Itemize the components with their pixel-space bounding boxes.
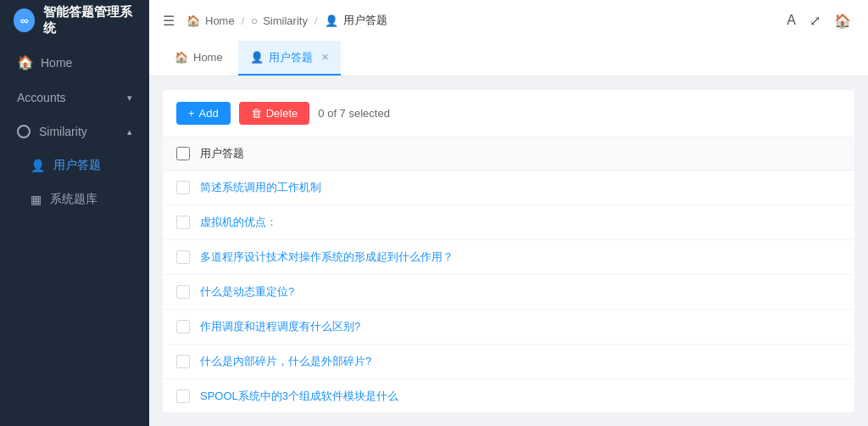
row-text-3[interactable]: 多道程序设计技术对操作系统的形成起到什么作用？	[200, 249, 453, 265]
menu-icon[interactable]: ☰	[163, 13, 175, 29]
row-checkbox-5[interactable]	[176, 320, 190, 334]
sidebar: 🏠 Home Accounts ▾ Similarity ▴ 👤 用户答题 ▦ …	[0, 41, 149, 426]
sidebar-item-home[interactable]: 🏠 Home	[0, 44, 149, 81]
tab-user-answers-label: 用户答题	[269, 50, 313, 65]
system-bank-label: 系统题库	[50, 192, 97, 207]
user-answers-label: 用户答题	[53, 158, 101, 173]
similarity-breadcrumb-icon: ○	[251, 14, 258, 27]
font-icon[interactable]: A	[787, 13, 796, 28]
logo-icon: ∞	[14, 8, 35, 32]
table-row[interactable]: 作用调度和进程调度有什么区别?	[163, 310, 854, 345]
tab-close-icon[interactable]: ✕	[321, 52, 329, 63]
similarity-label: Similarity	[39, 125, 87, 138]
tab-home[interactable]: 🏠 Home	[163, 41, 235, 76]
sidebar-home-label: Home	[41, 56, 72, 70]
app-title: 智能答题管理系统	[43, 4, 136, 36]
home-breadcrumb-icon: 🏠	[186, 14, 200, 27]
app-logo: ∞ 智能答题管理系统	[14, 4, 136, 36]
row-checkbox-6[interactable]	[176, 355, 190, 368]
home-sidebar-icon: 🏠	[17, 54, 32, 70]
tab-user-answers[interactable]: 👤 用户答题 ✕	[238, 41, 341, 76]
data-table: 用户答题 简述系统调用的工作机制 虚拟机的优点： 多道程序设计技术对操作系统的形…	[163, 137, 854, 412]
toolbar: + Add 🗑 Delete 0 of 7 selected	[163, 90, 854, 137]
row-checkbox-3[interactable]	[176, 250, 190, 264]
row-text-6[interactable]: 什么是内部碎片，什么是外部碎片?	[200, 354, 371, 369]
row-text-7[interactable]: SPOOL系统中的3个组成软件模块是什么	[200, 389, 398, 404]
selected-count: 0 of 7 selected	[318, 107, 390, 120]
home-breadcrumb-label[interactable]: Home	[205, 14, 235, 27]
table-row[interactable]: 虚拟机的优点：	[163, 205, 854, 240]
content-panel: + Add 🗑 Delete 0 of 7 selected 用户答题	[163, 90, 854, 412]
row-checkbox-4[interactable]	[176, 285, 190, 299]
top-right-actions: A ⤢ 🏠	[770, 0, 868, 41]
grid-icon: ▦	[31, 193, 42, 206]
delete-button[interactable]: 🗑 Delete	[239, 102, 310, 125]
sidebar-item-accounts[interactable]: Accounts ▾	[0, 81, 149, 115]
similarity-chevron-icon: ▴	[127, 126, 132, 137]
table-header-label: 用户答题	[200, 146, 244, 161]
add-button[interactable]: + Add	[176, 102, 231, 125]
tab-bar: 🏠 Home 👤 用户答题 ✕	[149, 41, 868, 76]
accounts-label: Accounts	[17, 91, 66, 104]
table-row[interactable]: SPOOL系统中的3个组成软件模块是什么	[163, 379, 854, 412]
add-label: Add	[199, 107, 219, 120]
user-icon: 👤	[31, 159, 45, 172]
sidebar-item-user-answers[interactable]: 👤 用户答题	[0, 149, 149, 182]
delete-icon: 🗑	[251, 107, 262, 120]
table-row[interactable]: 多道程序设计技术对操作系统的形成起到什么作用？	[163, 240, 854, 275]
home-icon[interactable]: 🏠	[834, 13, 851, 29]
row-text-5[interactable]: 作用调度和进程调度有什么区别?	[200, 319, 360, 334]
table-row[interactable]: 什么是动态重定位?	[163, 275, 854, 310]
row-text-1[interactable]: 简述系统调用的工作机制	[200, 180, 321, 195]
fullscreen-icon[interactable]: ⤢	[810, 13, 821, 29]
table-row[interactable]: 什么是内部碎片，什么是外部碎片?	[163, 345, 854, 379]
row-checkbox-2[interactable]	[176, 216, 190, 229]
similarity-circle-icon	[17, 125, 31, 138]
table-header: 用户答题	[163, 137, 854, 171]
tab-home-icon: 🏠	[175, 51, 188, 64]
accounts-chevron-icon: ▾	[127, 92, 132, 104]
tab-home-label: Home	[193, 51, 223, 64]
row-checkbox-1[interactable]	[176, 181, 190, 194]
similarity-breadcrumb-label[interactable]: Similarity	[263, 14, 308, 27]
breadcrumb: ☰ 🏠 Home / ○ Similarity / 👤 用户答题	[149, 0, 770, 41]
add-icon: +	[188, 107, 195, 120]
tab-user-answers-icon: 👤	[250, 51, 264, 64]
table-row[interactable]: 简述系统调用的工作机制	[163, 171, 854, 205]
user-answers-breadcrumb-label: 用户答题	[343, 13, 387, 28]
sidebar-item-similarity[interactable]: Similarity ▴	[0, 115, 149, 149]
select-all-checkbox[interactable]	[176, 147, 190, 160]
row-text-4[interactable]: 什么是动态重定位?	[200, 284, 294, 300]
row-text-2[interactable]: 虚拟机的优点：	[200, 215, 277, 230]
user-answers-breadcrumb-icon: 👤	[325, 14, 338, 27]
delete-label: Delete	[266, 107, 298, 120]
row-checkbox-7[interactable]	[176, 390, 190, 403]
sidebar-item-system-bank[interactable]: ▦ 系统题库	[0, 182, 149, 216]
